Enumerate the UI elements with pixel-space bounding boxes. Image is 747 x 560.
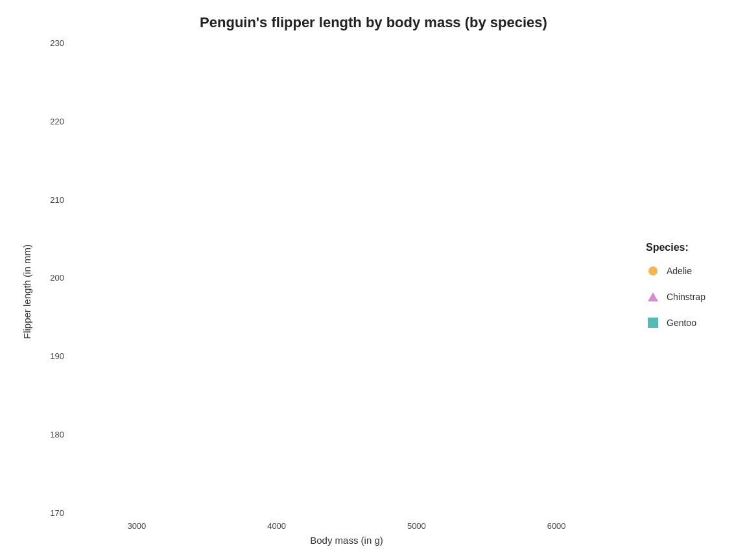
y-tick-label: 190	[50, 352, 64, 360]
svg-point-79	[224, 402, 231, 409]
svg-point-57	[187, 317, 195, 324]
svg-rect-240	[471, 83, 478, 90]
svg-rect-242	[471, 69, 478, 76]
y-tick-label: 170	[50, 509, 64, 517]
svg-point-30	[137, 374, 144, 381]
svg-point-27	[129, 353, 136, 360]
svg-point-94	[303, 388, 311, 395]
svg-rect-247	[479, 104, 486, 111]
chart-title: Penguin's flipper length by body mass (b…	[200, 14, 547, 31]
svg-rect-223	[420, 154, 427, 161]
legend-item: Gentoo	[646, 316, 717, 330]
svg-rect-229	[442, 104, 449, 111]
svg-point-34	[144, 452, 151, 459]
svg-rect-202	[377, 140, 384, 147]
svg-point-19	[101, 353, 108, 360]
svg-point-20	[108, 388, 115, 395]
svg-rect-178	[326, 140, 333, 147]
svg-rect-169	[296, 225, 303, 232]
x-ticks: 3000400050006000	[67, 521, 626, 531]
scatter-plot	[64, 38, 626, 519]
svg-point-15	[93, 416, 100, 423]
legend-label: Chinstrap	[667, 292, 706, 302]
svg-point-63	[202, 416, 209, 423]
svg-rect-231	[449, 104, 456, 111]
svg-rect-241	[471, 104, 478, 111]
plot-svg-container	[64, 38, 626, 519]
svg-point-59	[195, 381, 202, 388]
svg-point-80	[231, 338, 238, 345]
legend-title: Species:	[646, 242, 717, 253]
svg-point-31	[137, 310, 144, 317]
svg-point-99	[355, 353, 362, 360]
svg-point-22	[115, 402, 122, 409]
svg-point-87	[260, 353, 267, 360]
legend-symbol	[646, 316, 660, 330]
y-tick-label: 210	[50, 196, 64, 204]
y-tick-label: 220	[50, 117, 64, 126]
x-tick-label: 6000	[486, 521, 626, 531]
svg-rect-193	[362, 104, 369, 111]
svg-rect-176	[318, 175, 326, 182]
svg-rect-257	[543, 140, 551, 147]
svg-rect-168	[296, 211, 303, 218]
svg-rect-183	[333, 182, 340, 189]
svg-point-83	[246, 353, 253, 360]
svg-marker-261	[648, 292, 658, 301]
svg-rect-196	[362, 140, 369, 147]
svg-rect-246	[479, 69, 486, 76]
svg-rect-254	[507, 189, 514, 196]
svg-rect-248	[486, 140, 493, 147]
svg-rect-182	[333, 140, 340, 147]
svg-rect-195	[362, 175, 369, 182]
svg-rect-184	[333, 175, 340, 182]
legend: Species: AdelieChinstrapGentoo	[626, 38, 730, 546]
svg-rect-230	[442, 69, 449, 76]
svg-rect-238	[464, 69, 471, 76]
svg-point-67	[202, 388, 209, 395]
svg-point-14	[86, 388, 93, 395]
x-axis-label: Body mass (in g)	[40, 535, 626, 546]
svg-point-55	[180, 416, 187, 423]
svg-rect-213	[398, 140, 405, 147]
svg-rect-226	[427, 83, 434, 90]
svg-point-33	[144, 409, 151, 416]
svg-point-36	[151, 367, 158, 374]
svg-rect-179	[326, 175, 333, 182]
svg-point-260	[648, 266, 658, 275]
svg-point-45	[165, 466, 172, 473]
svg-point-98	[355, 310, 362, 317]
svg-rect-216	[405, 104, 412, 111]
svg-rect-259	[587, 140, 595, 147]
svg-rect-249	[486, 104, 493, 111]
y-axis-label: Flipper length (in mm)	[17, 38, 36, 546]
svg-rect-171	[303, 175, 311, 182]
svg-rect-199	[369, 126, 376, 133]
svg-point-85	[253, 253, 260, 261]
svg-rect-244	[479, 140, 486, 147]
plot-area-wrapper: 230220210200190180170 3000400050006000 B…	[40, 38, 626, 546]
svg-rect-208	[391, 133, 398, 140]
svg-point-49	[173, 423, 180, 430]
svg-point-65	[202, 423, 209, 430]
svg-rect-164	[246, 204, 253, 211]
svg-point-84	[246, 395, 253, 402]
svg-point-66	[202, 353, 209, 360]
svg-rect-250	[486, 175, 493, 182]
svg-rect-197	[369, 147, 376, 154]
svg-point-16	[93, 345, 100, 353]
legend-symbol	[646, 264, 660, 278]
svg-rect-211	[391, 140, 398, 147]
svg-rect-174	[311, 211, 318, 218]
svg-rect-180	[333, 211, 340, 218]
svg-point-48	[173, 367, 180, 374]
svg-rect-219	[413, 140, 420, 147]
svg-rect-191	[355, 140, 362, 147]
svg-point-50	[173, 353, 180, 360]
svg-rect-0	[67, 44, 620, 512]
svg-point-76	[224, 395, 231, 402]
svg-point-78	[224, 353, 231, 360]
svg-point-54	[180, 353, 187, 360]
legend-item: Adelie	[646, 264, 717, 278]
svg-point-71	[209, 423, 217, 430]
